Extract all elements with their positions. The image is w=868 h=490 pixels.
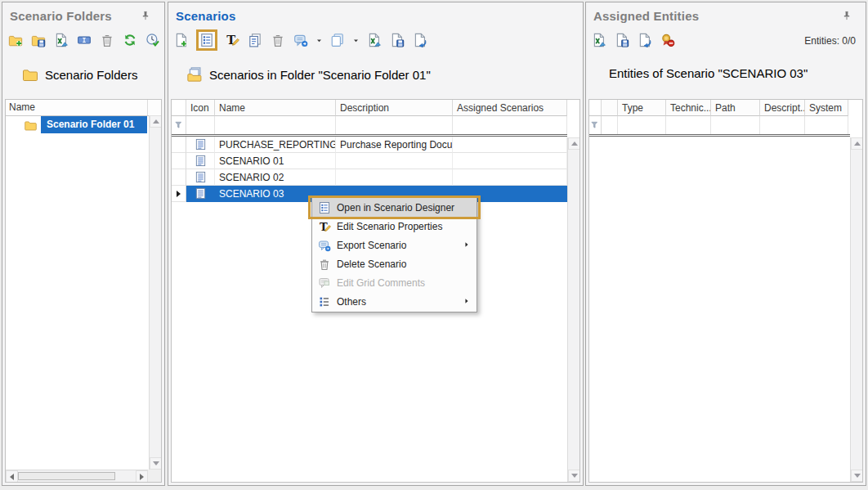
scenarios-toolbar: T [173,29,428,51]
filter-cell[interactable] [336,116,453,134]
filter-cell[interactable] [666,116,711,134]
filter-cell[interactable] [711,116,760,134]
column-header-assigned-scenarios[interactable]: Assigned Scenarios [453,100,567,116]
table-row[interactable]: SCENARIO 02 [172,169,567,186]
vertical-scrollbar[interactable] [149,115,161,470]
tree-item-scenario-folder-01[interactable]: Scenario Folder 01 [7,116,147,133]
tree-item-label[interactable]: Scenario Folder 01 [41,116,147,133]
scroll-up-button[interactable] [568,137,580,150]
scroll-down-button[interactable] [150,457,162,470]
filter-cell[interactable] [215,116,336,134]
menu-item-export-scenario[interactable]: Export Scenario [312,236,477,254]
export-excel-button[interactable] [366,32,383,48]
seal-remove-icon [660,33,675,47]
scroll-up-button[interactable] [851,137,863,150]
column-header-type[interactable]: Type [618,100,666,116]
arrow-down-icon [854,474,861,478]
scrollbar-thumb[interactable] [18,472,115,480]
menu-item-delete-scenario[interactable]: Delete Scenario [312,254,477,273]
row-indicator-header [172,100,186,116]
menu-item-label: Open in Scenario Designer [337,202,454,214]
export-entities-excel-button[interactable] [591,32,607,48]
panel-title: Scenario Folders [10,9,112,23]
rename-folder-button[interactable] [76,32,92,48]
dropdown-caret-icon[interactable] [352,37,360,44]
copy-scenario-button[interactable] [247,32,263,48]
grid-cell[interactable] [453,153,567,169]
scroll-right-button[interactable] [136,470,148,483]
grid-cell[interactable]: Purchase Reporting Docu... [336,137,453,153]
grid-cell[interactable]: SCENARIO 01 [215,153,336,169]
filter-cell[interactable] [186,116,215,134]
doc-merge-icon [330,33,345,47]
export-folder-excel-button[interactable] [53,32,69,48]
delete-scenario-button[interactable] [270,32,286,48]
scroll-left-button[interactable] [6,470,18,483]
grid-body: TypeTechnic...PathDescript...System [589,100,850,137]
pin-icon[interactable] [140,10,151,21]
filter-cell[interactable] [618,116,666,134]
vertical-scrollbar[interactable] [850,137,862,482]
menu-item-edit-scenario-properties[interactable]: TEdit Scenario Properties [312,217,477,236]
scroll-down-button[interactable] [568,470,580,482]
filter-cell[interactable] [602,116,618,134]
vertical-scrollbar[interactable] [567,137,579,482]
row-icon-cell[interactable] [186,169,215,186]
filter-cell[interactable] [805,116,848,134]
doc-import-icon [638,33,652,47]
load-scenario-button[interactable] [412,32,428,48]
new-folder-button[interactable] [7,32,24,48]
column-header-descript[interactable]: Descript... [760,100,805,116]
grid-cell[interactable]: PURCHASE_REPORTING_... [215,137,336,153]
save-folder-button[interactable] [30,32,47,48]
row-icon-cell[interactable] [186,153,215,169]
filter-cell[interactable] [760,116,805,134]
arrow-right-icon [140,474,144,480]
excel-export-icon [367,33,382,47]
column-header-icon[interactable]: Icon [186,100,215,116]
grid-cell[interactable] [336,169,453,186]
copy-icon [248,33,262,47]
column-header-technic[interactable]: Technic... [666,100,711,116]
save-entities-button[interactable] [614,32,630,48]
delete-folder-button[interactable] [99,32,115,48]
save-scenario-button[interactable] [389,32,405,48]
menu-item-others[interactable]: Others [312,292,477,311]
merge-scenario-button[interactable] [329,32,346,48]
grid-cell[interactable] [453,169,567,186]
open-in-scenario-designer-button[interactable] [199,32,215,48]
column-header-path[interactable]: Path [711,100,760,116]
grid-cell[interactable] [336,153,453,169]
filter-funnel-cell[interactable] [172,116,186,134]
menu-item-open-in-scenario-designer[interactable]: Open in Scenario Designer [312,198,477,217]
pin-icon[interactable] [841,10,852,21]
scroll-up-button[interactable] [150,115,162,128]
column-header-description[interactable]: Description [336,100,453,116]
grid-cell[interactable] [453,137,567,153]
check-history-button[interactable] [145,32,161,48]
unassign-entity-button[interactable] [660,32,676,48]
comment-export-icon [312,239,337,252]
new-scenario-button[interactable] [173,32,190,48]
column-header-system[interactable]: System [805,100,848,116]
refresh-button[interactable] [122,32,138,48]
row-icon-cell[interactable] [186,137,215,153]
tree-header-stub [147,100,161,115]
table-row[interactable]: SCENARIO 01 [172,153,567,169]
column-header-name[interactable]: Name [215,100,336,116]
grid-cell[interactable]: SCENARIO 02 [215,169,336,186]
filter-funnel-cell[interactable] [589,116,602,134]
load-entities-button[interactable] [637,32,653,48]
menu-item-edit-grid-comments[interactable]: Edit Grid Comments [312,273,477,292]
context-menu: Open in Scenario DesignerTEdit Scenario … [311,196,477,312]
edit-scenario-properties-button[interactable]: T [224,32,240,48]
table-row[interactable]: PURCHASE_REPORTING_...Purchase Reporting… [172,137,567,153]
filter-cell[interactable] [453,116,567,134]
column-header-name[interactable]: Name [6,100,147,115]
column-header-blank[interactable] [602,100,618,116]
dropdown-caret-icon[interactable] [315,37,323,44]
scroll-down-button[interactable] [851,470,863,482]
export-scenario-button[interactable] [293,32,309,48]
row-icon-cell[interactable] [186,186,215,202]
horizontal-scrollbar[interactable] [6,470,148,482]
